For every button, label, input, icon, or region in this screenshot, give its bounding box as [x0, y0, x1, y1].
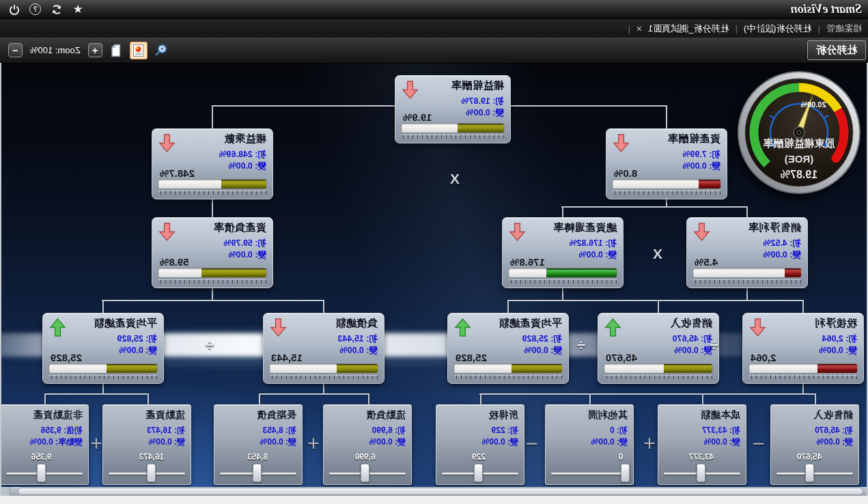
node-total_liabilities[interactable]: 負債總額初: 15,443變: 0.00%15,443 [263, 313, 384, 384]
leaf-slider-handle[interactable] [697, 464, 706, 482]
node-title: 銷售淨利率 [748, 221, 802, 234]
leaf-title: 流動資產 [145, 409, 185, 421]
tree-connector [561, 206, 747, 208]
page-tab-dupont[interactable]: 杜邦分析 [807, 40, 866, 60]
node-asset_turnover[interactable]: 總資產週轉率初: 176.82%變: 0.00%176.8% [502, 217, 624, 288]
node-net_margin[interactable]: 銷售淨利率初: 4.52%變: 0.00%4.5% [686, 217, 808, 288]
leaf-longterm_liabilities[interactable]: 長期負債初: 8,453變: 0.00%8,453 [214, 404, 303, 485]
node-progress-bar[interactable] [612, 179, 721, 189]
menu-item-explorer[interactable]: 檔案總管 [826, 23, 862, 35]
menu-separator: | [818, 23, 820, 33]
power-icon[interactable] [8, 3, 20, 16]
leaf-initial-value: 初: 6,990 [372, 425, 406, 436]
leaf-current_assets[interactable]: 流動資產初: 16,473變: 0.00%16,473 [102, 404, 191, 485]
node-progress-bar[interactable] [604, 363, 713, 374]
node-display-value: 8.0% [614, 167, 637, 179]
node-progress-bar[interactable] [508, 268, 617, 278]
gauge-title: 股東權益報酬率 [764, 137, 836, 149]
leaf-slider-track[interactable] [551, 473, 628, 475]
node-initial-value: 初: 25,829 [117, 333, 157, 345]
leaf-slider-handle[interactable] [805, 464, 814, 482]
node-progress-bar[interactable] [748, 363, 858, 374]
node-progress-bar[interactable] [453, 363, 563, 374]
zoom-in-button[interactable]: + [88, 43, 102, 57]
report-view-icon[interactable] [130, 42, 148, 59]
leaf-noncurrent_assets[interactable]: 非流動資產初值: 9,356變動率: 0.00%9,356 [0, 404, 89, 485]
node-initial-value: 初: 248.69% [219, 149, 266, 160]
tree-connector [368, 393, 369, 405]
node-progress-bar[interactable] [158, 268, 267, 278]
tree-connector [148, 393, 149, 405]
leaf-other_profit[interactable]: 其他利潤初: 0變: 0.00%0 [545, 404, 634, 485]
tree-connector [102, 300, 104, 313]
refresh-icon[interactable] [51, 3, 63, 16]
scrollbar-thumb[interactable] [18, 488, 863, 495]
menu-item-design[interactable]: 杜邦分析(設計中) [744, 23, 812, 35]
node-title: 總資產週轉率 [553, 221, 617, 234]
node-equity_multiplier[interactable]: 權益乘數初: 248.69%變: 0.00%248.7% [152, 128, 273, 199]
node-roa[interactable]: 資產報酬率初: 7.99%變: 0.00%8.0% [606, 128, 727, 199]
divide-operator: ÷ [206, 337, 214, 354]
node-ruler [402, 135, 504, 139]
leaf-slider-handle[interactable] [361, 464, 369, 482]
page-view-icon[interactable] [107, 42, 125, 59]
leaf-change-value: 變: 0.00% [369, 436, 406, 448]
help-icon[interactable]: ? [29, 3, 42, 16]
node-progress-bar[interactable] [401, 123, 505, 133]
zoom-out-button[interactable]: − [8, 43, 23, 57]
leaf-slider-handle[interactable] [621, 464, 630, 482]
node-debt_ratio[interactable]: 資產負債率初: 59.79%變: 0.00%59.8% [152, 217, 273, 288]
node-roe[interactable]: 權益報酬率初: 19.87%變: 0.00%19.9% [395, 75, 511, 143]
node-avg_assets_right[interactable]: 平均資產總額初: 25,829變: 0.00%25,829 [447, 313, 569, 384]
leaf-total_cost[interactable]: 成本總額初: 43,377變: 0.00%43,377 [658, 404, 746, 485]
leaf-change-value: 變動率: 0.00% [30, 436, 83, 448]
tree-connector [509, 105, 666, 107]
tree-connector [479, 393, 816, 395]
node-initial-value: 初: 19.87% [461, 96, 504, 107]
app-window: Smart eVision ★ ? 檔案總管 | 杜 [0, 0, 868, 504]
menu-bar: 檔案總管 | 杜邦分析(設計中) | 杜邦分析_測試頁面1 × | [0, 18, 868, 38]
leaf-sales_revenue[interactable]: 銷售收入初: 45,670變: 0.00%45,670 [770, 404, 859, 485]
window-border [0, 63, 1, 496]
node-progress-bar[interactable] [692, 268, 802, 278]
arrow-up-icon [49, 318, 66, 340]
node-title: 稅後淨利 [815, 317, 857, 330]
horizontal-scrollbar[interactable] [0, 487, 868, 496]
arrow-down-icon [693, 222, 710, 244]
leaf-title: 流動負債 [366, 409, 406, 421]
node-initial-value: 初: 2,064 [822, 333, 857, 345]
zoom-area-icon[interactable] [152, 42, 170, 59]
node-initial-value: 初: 4.52% [763, 238, 801, 249]
leaf-slider-handle[interactable] [253, 464, 262, 482]
node-avg_assets_left[interactable]: 平均資產總額初: 25,829變: 0.00%25,829 [42, 313, 164, 384]
leaf-title: 銷售收入 [813, 409, 853, 421]
close-tab-icon[interactable]: × [636, 23, 642, 34]
tree-connector [658, 300, 659, 313]
document-tab[interactable]: 杜邦分析_測試頁面1 [648, 23, 729, 35]
tree-connector [589, 393, 591, 405]
roe-gauge: 20.00% 股東權益報酬率 (ROE) 19.87% [736, 69, 863, 196]
node-display-value: 248.7% [160, 167, 195, 179]
leaf-slider-handle[interactable] [474, 464, 483, 482]
leaf-slider-value: 45,670 [797, 452, 822, 462]
node-change-value: 變: 0.00% [819, 345, 857, 356]
gauge-value: 19.87% [781, 169, 817, 180]
leaf-slider-track[interactable] [776, 473, 853, 475]
node-progress-bar[interactable] [158, 179, 267, 189]
leaf-current_liabilities[interactable]: 流動負債初: 6,990變: 0.00%6,990 [323, 404, 412, 485]
node-ruler [604, 375, 712, 379]
node-progress-bar[interactable] [48, 363, 158, 374]
tree-connector [44, 393, 149, 395]
tree-connector [666, 105, 667, 130]
node-sales_revenue_mid[interactable]: 銷售收入初: 45,670變: 0.00%45,670 [598, 313, 719, 384]
leaf-income_tax[interactable]: 所得稅初: 229變: 0.00%229 [436, 404, 524, 485]
node-display-value: 4.5% [695, 256, 718, 268]
node-net_profit[interactable]: 稅後淨利初: 2,064變: 0.00%2,064 [742, 313, 864, 384]
node-progress-bar[interactable] [269, 363, 378, 374]
leaf-slider-handle[interactable] [37, 464, 46, 482]
node-display-value: 59.8% [160, 256, 189, 268]
leaf-slider-handle[interactable] [147, 464, 156, 482]
node-ruler [454, 375, 562, 379]
favorite-star-icon[interactable]: ★ [72, 3, 84, 16]
node-change-value: 變: 0.00% [228, 249, 266, 261]
